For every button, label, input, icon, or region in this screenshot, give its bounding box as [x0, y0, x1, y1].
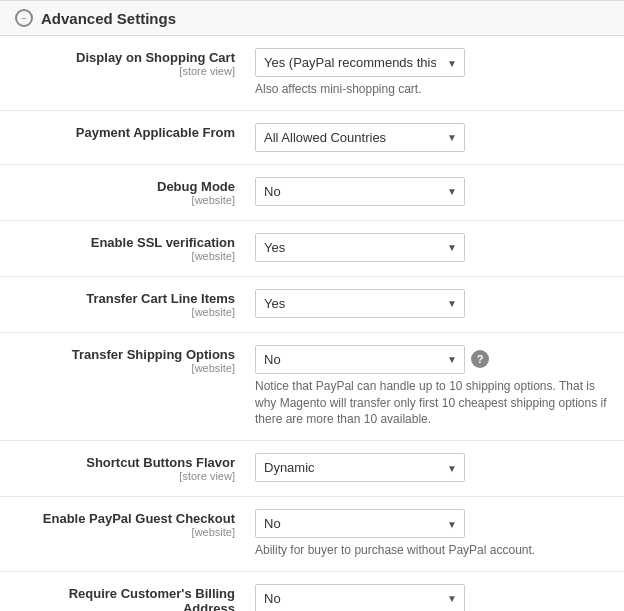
- value-cell-require-customer-billing-address: NoYes▼This feature needs be enabled firs…: [255, 582, 624, 611]
- label-cell-display-on-shopping-cart: Display on Shopping Cart[store view]: [0, 46, 255, 81]
- label-cell-transfer-shipping-options: Transfer Shipping Options[website]: [0, 343, 255, 378]
- label-cell-require-customer-billing-address: Require Customer's Billing Address[websi…: [0, 582, 255, 611]
- select-payment-applicable-from[interactable]: All Allowed CountriesSpecific Countries: [255, 123, 465, 152]
- field-label-debug-mode: Debug Mode: [15, 179, 235, 194]
- label-cell-debug-mode: Debug Mode[website]: [0, 175, 255, 210]
- select-debug-mode[interactable]: NoYes: [255, 177, 465, 206]
- select-wrapper-debug-mode: NoYes▼: [255, 177, 465, 206]
- settings-row: Transfer Cart Line Items[website]YesNo▼: [0, 277, 624, 333]
- field-scope-transfer-shipping-options: [website]: [15, 362, 235, 374]
- settings-row: Payment Applicable FromAll Allowed Count…: [0, 111, 624, 165]
- select-enable-paypal-guest-checkout[interactable]: NoYes: [255, 509, 465, 538]
- field-row-debug-mode: NoYes▼: [255, 177, 614, 206]
- value-cell-transfer-cart-line-items: YesNo▼: [255, 287, 624, 320]
- value-cell-enable-ssl-verification: YesNo▼: [255, 231, 624, 264]
- field-row-enable-ssl-verification: YesNo▼: [255, 233, 614, 262]
- field-row-transfer-shipping-options: NoYes▼?: [255, 345, 614, 374]
- field-scope-shortcut-buttons-flavor: [store view]: [15, 470, 235, 482]
- value-cell-shortcut-buttons-flavor: DynamicStatic▼: [255, 451, 624, 484]
- field-row-transfer-cart-line-items: YesNo▼: [255, 289, 614, 318]
- field-note-enable-paypal-guest-checkout: Ability for buyer to purchase without Pa…: [255, 542, 614, 559]
- select-wrapper-require-customer-billing-address: NoYes▼: [255, 584, 465, 611]
- select-enable-ssl-verification[interactable]: YesNo: [255, 233, 465, 262]
- settings-row: Debug Mode[website]NoYes▼: [0, 165, 624, 221]
- field-label-transfer-cart-line-items: Transfer Cart Line Items: [15, 291, 235, 306]
- select-wrapper-shortcut-buttons-flavor: DynamicStatic▼: [255, 453, 465, 482]
- field-row-require-customer-billing-address: NoYes▼: [255, 584, 614, 611]
- value-cell-transfer-shipping-options: NoYes▼?Notice that PayPal can handle up …: [255, 343, 624, 430]
- section-title: Advanced Settings: [41, 10, 176, 27]
- value-cell-display-on-shopping-cart: Yes (PayPal recommends this option)No▼Al…: [255, 46, 624, 100]
- collapse-icon[interactable]: −: [15, 9, 33, 27]
- field-label-payment-applicable-from: Payment Applicable From: [15, 125, 235, 140]
- settings-row: Require Customer's Billing Address[websi…: [0, 572, 624, 611]
- field-row-enable-paypal-guest-checkout: NoYes▼: [255, 509, 614, 538]
- field-note-display-on-shopping-cart: Also affects mini-shopping cart.: [255, 81, 614, 98]
- select-transfer-shipping-options[interactable]: NoYes: [255, 345, 465, 374]
- select-wrapper-payment-applicable-from: All Allowed CountriesSpecific Countries▼: [255, 123, 465, 152]
- field-scope-debug-mode: [website]: [15, 194, 235, 206]
- label-cell-transfer-cart-line-items: Transfer Cart Line Items[website]: [0, 287, 255, 322]
- field-label-require-customer-billing-address: Require Customer's Billing Address: [15, 586, 235, 611]
- settings-row: Enable PayPal Guest Checkout[website]NoY…: [0, 497, 624, 572]
- field-scope-enable-ssl-verification: [website]: [15, 250, 235, 262]
- settings-row: Enable SSL verification[website]YesNo▼: [0, 221, 624, 277]
- field-scope-enable-paypal-guest-checkout: [website]: [15, 526, 235, 538]
- field-label-enable-ssl-verification: Enable SSL verification: [15, 235, 235, 250]
- settings-row: Transfer Shipping Options[website]NoYes▼…: [0, 333, 624, 441]
- settings-row: Display on Shopping Cart[store view]Yes …: [0, 36, 624, 111]
- label-cell-enable-paypal-guest-checkout: Enable PayPal Guest Checkout[website]: [0, 507, 255, 542]
- field-label-display-on-shopping-cart: Display on Shopping Cart: [15, 50, 235, 65]
- value-cell-enable-paypal-guest-checkout: NoYes▼Ability for buyer to purchase with…: [255, 507, 624, 561]
- select-wrapper-transfer-shipping-options: NoYes▼: [255, 345, 465, 374]
- field-scope-display-on-shopping-cart: [store view]: [15, 65, 235, 77]
- settings-list: Display on Shopping Cart[store view]Yes …: [0, 36, 624, 611]
- settings-row: Shortcut Buttons Flavor[store view]Dynam…: [0, 441, 624, 497]
- section-header: − Advanced Settings: [0, 0, 624, 36]
- select-wrapper-enable-paypal-guest-checkout: NoYes▼: [255, 509, 465, 538]
- field-label-shortcut-buttons-flavor: Shortcut Buttons Flavor: [15, 455, 235, 470]
- value-cell-debug-mode: NoYes▼: [255, 175, 624, 208]
- label-cell-shortcut-buttons-flavor: Shortcut Buttons Flavor[store view]: [0, 451, 255, 486]
- select-shortcut-buttons-flavor[interactable]: DynamicStatic: [255, 453, 465, 482]
- select-wrapper-enable-ssl-verification: YesNo▼: [255, 233, 465, 262]
- field-row-display-on-shopping-cart: Yes (PayPal recommends this option)No▼: [255, 48, 614, 77]
- select-require-customer-billing-address[interactable]: NoYes: [255, 584, 465, 611]
- label-cell-enable-ssl-verification: Enable SSL verification[website]: [0, 231, 255, 266]
- field-scope-transfer-cart-line-items: [website]: [15, 306, 235, 318]
- value-cell-payment-applicable-from: All Allowed CountriesSpecific Countries▼: [255, 121, 624, 154]
- field-label-enable-paypal-guest-checkout: Enable PayPal Guest Checkout: [15, 511, 235, 526]
- select-transfer-cart-line-items[interactable]: YesNo: [255, 289, 465, 318]
- field-note-transfer-shipping-options: Notice that PayPal can handle up to 10 s…: [255, 378, 614, 428]
- select-wrapper-display-on-shopping-cart: Yes (PayPal recommends this option)No▼: [255, 48, 465, 77]
- field-row-shortcut-buttons-flavor: DynamicStatic▼: [255, 453, 614, 482]
- field-row-payment-applicable-from: All Allowed CountriesSpecific Countries▼: [255, 123, 614, 152]
- select-display-on-shopping-cart[interactable]: Yes (PayPal recommends this option)No: [255, 48, 465, 77]
- label-cell-payment-applicable-from: Payment Applicable From: [0, 121, 255, 144]
- select-wrapper-transfer-cart-line-items: YesNo▼: [255, 289, 465, 318]
- help-icon-transfer-shipping-options[interactable]: ?: [471, 350, 489, 368]
- field-label-transfer-shipping-options: Transfer Shipping Options: [15, 347, 235, 362]
